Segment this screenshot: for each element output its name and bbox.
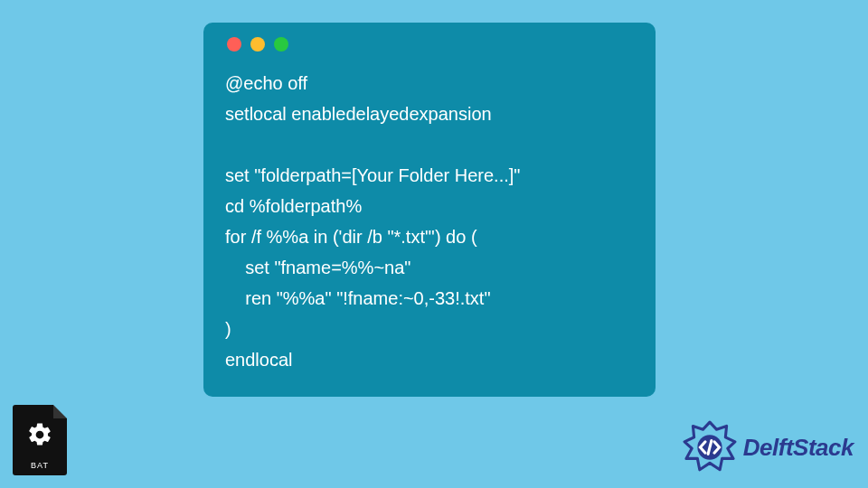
bat-file-label: BAT — [13, 461, 67, 470]
minimize-icon — [250, 37, 265, 52]
close-icon — [227, 37, 241, 52]
brand-name: DelftStack — [743, 434, 854, 462]
gear-icon — [26, 421, 53, 448]
bat-file-icon: BAT — [13, 405, 67, 475]
brand-logo-icon — [682, 419, 738, 475]
window-titlebar — [225, 37, 634, 52]
code-window: @echo off setlocal enabledelayedexpansio… — [203, 23, 656, 397]
zoom-icon — [274, 37, 288, 52]
brand-badge: DelftStack — [682, 419, 854, 475]
code-block: @echo off setlocal enabledelayedexpansio… — [225, 68, 634, 375]
